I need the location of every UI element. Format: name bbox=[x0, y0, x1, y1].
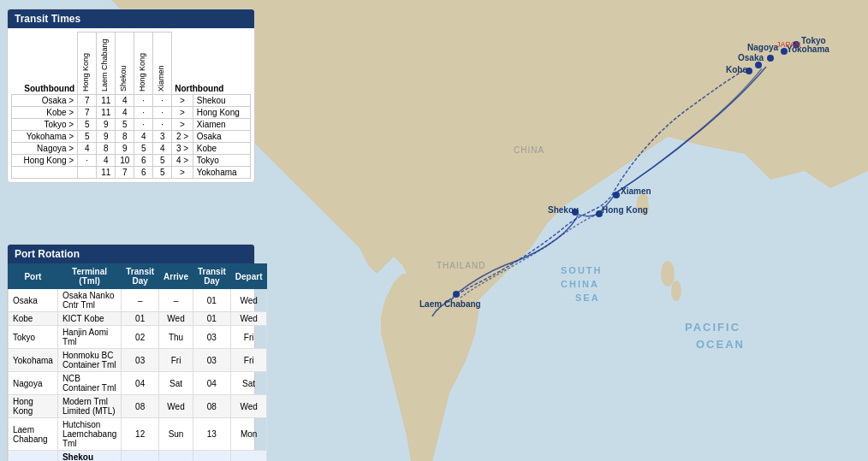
col-port: Port bbox=[9, 264, 58, 289]
transit-day-in: 04 bbox=[122, 372, 159, 395]
port-row: Hong Kong Modern Tml Limited (MTL) 08 We… bbox=[9, 395, 267, 418]
terminal-name: NCB Container Tml bbox=[57, 372, 121, 395]
transit-times-panel: Transit Times Southbound Hong Kong Laem … bbox=[7, 9, 255, 183]
arrive-day: Sat bbox=[159, 372, 193, 395]
depart-day: Wed bbox=[230, 289, 267, 312]
port-row: Osaka Osaka Nanko Cntr Tml – – 01 Wed bbox=[9, 289, 267, 312]
transit-day-out: 01 bbox=[193, 289, 230, 312]
arrive-day: Fri bbox=[159, 349, 193, 372]
terminal-name: Shekou Container Tml bbox=[57, 451, 121, 462]
terminal-name: Honmoku BC Container Tml bbox=[57, 349, 121, 372]
transit-day-in: – bbox=[122, 289, 159, 312]
sk-col-header: Shekou bbox=[116, 33, 134, 95]
depart-day: Fri bbox=[230, 451, 267, 462]
port-name: Kobe bbox=[9, 312, 58, 326]
depart-day: Sat bbox=[230, 372, 267, 395]
northbound-header: Northbound bbox=[172, 33, 251, 95]
transit-table: Southbound Hong Kong Laem Chabang Shekou… bbox=[11, 32, 251, 179]
terminal-name: Hutchison Laemchabang Tml bbox=[57, 418, 121, 451]
arrive-day: Wed bbox=[159, 395, 193, 418]
transit-row-kobe: Kobe > 7114·· >Hong Kong bbox=[12, 107, 251, 119]
hk-col-header: Hong Kong bbox=[78, 33, 97, 95]
depart-day: Wed bbox=[230, 312, 267, 326]
port-row: Shekou Shekou Container Tml 17 Fri 17 Fr… bbox=[9, 451, 267, 462]
port-name: Yokohama bbox=[9, 349, 58, 372]
transit-row-tokyo: Tokyo > 595·· >Xiamen bbox=[12, 119, 251, 131]
port-row: Tokyo Hanjin Aomi Tml 02 Thu 03 Fri bbox=[9, 326, 267, 349]
port-panel-header: Port Rotation bbox=[8, 245, 254, 263]
lc-col-header: Laem Chabang bbox=[97, 33, 116, 95]
col-depart: Depart bbox=[230, 264, 267, 289]
terminal-name: Hanjin Aomi Tml bbox=[57, 326, 121, 349]
port-row: Nagoya NCB Container Tml 04 Sat 04 Sat bbox=[9, 372, 267, 395]
transit-day-in: 12 bbox=[122, 418, 159, 451]
arrive-day: Fri bbox=[159, 451, 193, 462]
col-transit-day-out: Transit Day bbox=[193, 264, 230, 289]
transit-row-blank: 11765 >Yokohama bbox=[12, 167, 251, 179]
transit-panel-header: Transit Times bbox=[8, 9, 254, 28]
arrive-day: Wed bbox=[159, 312, 193, 326]
arrive-day: Thu bbox=[159, 326, 193, 349]
transit-row-yokohama: Yokohama > 59843 2 >Osaka bbox=[12, 131, 251, 143]
port-rotation-table: Port Terminal (Tml) Transit Day Arrive T… bbox=[8, 263, 267, 461]
depart-day: Wed bbox=[230, 395, 267, 418]
transit-day-out: 17 bbox=[193, 451, 230, 462]
depart-day: Fri bbox=[230, 349, 267, 372]
terminal-name: Osaka Nanko Cntr Tml bbox=[57, 289, 121, 312]
transit-day-out: 04 bbox=[193, 372, 230, 395]
port-name: Tokyo bbox=[9, 326, 58, 349]
port-row: Yokohama Honmoku BC Container Tml 03 Fri… bbox=[9, 349, 267, 372]
col-terminal: Terminal (Tml) bbox=[57, 264, 121, 289]
transit-day-in: 01 bbox=[122, 312, 159, 326]
port-name: Laem Chabang bbox=[9, 418, 58, 451]
transit-day-out: 03 bbox=[193, 349, 230, 372]
xm-col-header: Xiamen bbox=[153, 33, 172, 95]
port-row: Kobe KICT Kobe 01 Wed 01 Wed bbox=[9, 312, 267, 326]
transit-day-in: 17 bbox=[122, 451, 159, 462]
port-name: Osaka bbox=[9, 289, 58, 312]
transit-row-osaka: Osaka > 7114·· >Shekou bbox=[12, 95, 251, 107]
port-name: Hong Kong bbox=[9, 395, 58, 418]
transit-row-nagoya: Nagoya > 48954 3 >Kobe bbox=[12, 143, 251, 155]
port-rotation-panel: Port Rotation Port Terminal (Tml) Transi… bbox=[7, 244, 255, 461]
port-name: Shekou bbox=[9, 451, 58, 462]
transit-day-in: 02 bbox=[122, 326, 159, 349]
depart-day: Mon bbox=[230, 418, 267, 451]
arrive-day: – bbox=[159, 289, 193, 312]
col-transit-day-in: Transit Day bbox=[122, 264, 159, 289]
transit-day-out: 01 bbox=[193, 312, 230, 326]
transit-day-out: 08 bbox=[193, 395, 230, 418]
port-row: Laem Chabang Hutchison Laemchabang Tml 1… bbox=[9, 418, 267, 451]
terminal-name: Modern Tml Limited (MTL) bbox=[57, 395, 121, 418]
transit-day-in: 08 bbox=[122, 395, 159, 418]
terminal-name: KICT Kobe bbox=[57, 312, 121, 326]
hk2-col-header: Hong Kong bbox=[134, 33, 153, 95]
transit-day-out: 03 bbox=[193, 326, 230, 349]
transit-day-out: 13 bbox=[193, 418, 230, 451]
col-arrive: Arrive bbox=[159, 264, 193, 289]
port-name: Nagoya bbox=[9, 372, 58, 395]
transit-row-hongkong: Hong Kong > ·41065 4 >Tokyo bbox=[12, 155, 251, 167]
arrive-day: Sun bbox=[159, 418, 193, 451]
depart-day: Fri bbox=[230, 326, 267, 349]
transit-day-in: 03 bbox=[122, 349, 159, 372]
southbound-header: Southbound bbox=[12, 33, 78, 95]
